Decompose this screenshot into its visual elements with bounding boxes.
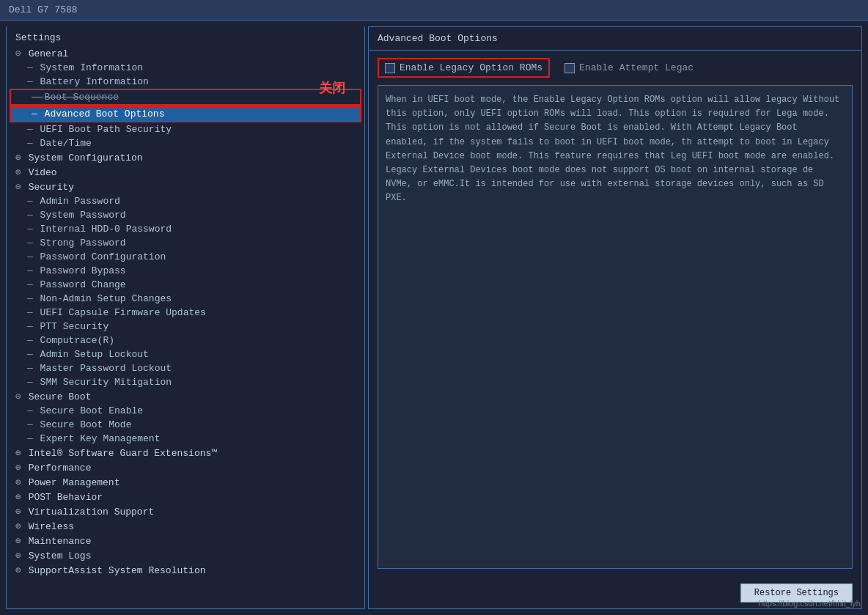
tree-item-computrace[interactable]: — Computrace(R) — [7, 334, 364, 347]
tree-prefix-password-change: — — [27, 279, 39, 290]
tree-label-general: General — [29, 48, 69, 59]
tree-item-smm-security[interactable]: — SMM Security Mitigation — [7, 375, 364, 389]
tree-prefix-uefi-capsule: — — [27, 307, 39, 318]
left-panel: Settings ⊖ General— System Information— … — [6, 26, 365, 609]
tree-prefix-secure-boot: ⊖ — [15, 391, 27, 402]
tree-prefix-security: ⊖ — [15, 182, 27, 193]
tree-item-general[interactable]: ⊖ General — [7, 46, 364, 61]
settings-header: Settings — [7, 26, 364, 46]
title-bar: Dell G7 7588 — [0, 0, 868, 21]
tree-prefix-internal-hdd: — — [27, 224, 39, 235]
tree-prefix-password-bypass: — — [27, 265, 39, 276]
tree-label-secure-boot-mode: Secure Boot Mode — [40, 419, 132, 430]
tree-item-uefi-boot-path[interactable]: — UEFI Boot Path Security — [7, 122, 364, 136]
tree-label-strong-password: Strong Password — [40, 237, 126, 248]
tree-item-virtualization[interactable]: ⊕ Virtualization Support — [7, 504, 364, 519]
tree-prefix-computrace: — — [27, 335, 39, 346]
tree-prefix-post-behavior: ⊕ — [15, 492, 27, 503]
tree-item-admin-setup-lockout[interactable]: — Admin Setup Lockout — [7, 347, 364, 361]
enable-legacy-checkbox[interactable] — [385, 63, 395, 73]
tree-label-master-password-lockout: Master Password Lockout — [40, 363, 172, 374]
enable-legacy-option[interactable]: Enable Legacy Option ROMs — [378, 58, 550, 78]
enable-legacy-label: Enable Legacy Option ROMs — [400, 62, 542, 73]
tree-label-expert-key-mgmt: Expert Key Management — [40, 433, 161, 444]
tree-item-system-config[interactable]: ⊕ System Configuration — [7, 150, 364, 165]
tree-label-battery-info: Battery Information — [40, 76, 149, 87]
tree-item-video[interactable]: ⊕ Video — [7, 165, 364, 180]
tree-item-admin-password[interactable]: — Admin Password — [7, 194, 364, 208]
enable-attempt-checkbox[interactable] — [564, 63, 575, 73]
tree-label-password-config: Password Configuration — [40, 251, 166, 262]
tree-item-advanced-boot[interactable]: — Advanced Boot Options — [10, 106, 361, 122]
right-panel: Advanced Boot Options Enable Legacy Opti… — [368, 26, 862, 609]
tree-item-system-info[interactable]: — System Information — [7, 61, 364, 75]
tree-prefix-maintenance: ⊕ — [15, 536, 27, 547]
tree-item-ptt-security[interactable]: — PTT Security — [7, 320, 364, 334]
tree-label-virtualization: Virtualization Support — [29, 507, 155, 518]
tree-item-password-bypass[interactable]: — Password Bypass — [7, 264, 364, 278]
tree-prefix-non-admin-setup: — — [27, 293, 39, 304]
tree-item-secure-boot[interactable]: ⊖ Secure Boot — [7, 389, 364, 404]
tree-item-internal-hdd[interactable]: — Internal HDD-0 Password — [7, 222, 364, 236]
tree-prefix-strong-password: — — [27, 237, 39, 248]
tree-item-battery-info[interactable]: — Battery Information — [7, 75, 364, 89]
tree-item-performance[interactable]: ⊕ Performance — [7, 460, 364, 475]
tree-item-secure-boot-mode[interactable]: — Secure Boot Mode — [7, 418, 364, 432]
tree-item-password-config[interactable]: — Password Configuration — [7, 250, 364, 264]
tree-prefix-system-config: ⊕ — [15, 152, 27, 163]
tree-item-system-password[interactable]: — System Password — [7, 208, 364, 222]
tree-prefix-battery-info: — — [27, 76, 39, 87]
tree-item-non-admin-setup[interactable]: — Non-Admin Setup Changes — [7, 292, 364, 306]
tree-item-system-logs[interactable]: ⊕ System Logs — [7, 548, 364, 563]
tree-prefix-secure-boot-mode: — — [27, 419, 39, 430]
tree-item-datetime[interactable]: — Date/Time — [7, 136, 364, 150]
tree-item-maintenance[interactable]: ⊕ Maintenance — [7, 534, 364, 548]
tree-label-secure-boot-enable: Secure Boot Enable — [40, 405, 143, 416]
watermark: https://blog.csdn.net/hhit_lyh — [759, 599, 861, 608]
tree-label-datetime: Date/Time — [40, 138, 92, 149]
tree-item-security[interactable]: ⊖ Security — [7, 180, 364, 194]
tree-item-expert-key-mgmt[interactable]: — Expert Key Management — [7, 432, 364, 446]
tree-item-supportassist[interactable]: ⊕ SupportAssist System Resolution — [7, 563, 364, 578]
tree-prefix-wireless: ⊕ — [15, 521, 27, 532]
tree-prefix-uefi-boot-path: — — [27, 124, 39, 135]
tree-item-master-password-lockout[interactable]: — Master Password Lockout — [7, 361, 364, 375]
tree-label-intel-sge: Intel® Software Guard Extensions™ — [29, 448, 217, 459]
tree-item-strong-password[interactable]: — Strong Password — [7, 236, 364, 250]
tree-item-power-mgmt[interactable]: ⊕ Power Management — [7, 475, 364, 490]
tree-prefix-system-info: — — [27, 62, 39, 73]
tree-prefix-secure-boot-enable: — — [27, 405, 39, 416]
tree-prefix-system-password: — — [27, 210, 39, 221]
tree-label-security: Security — [29, 182, 74, 193]
tree-label-password-change: Password Change — [40, 279, 126, 290]
tree-label-smm-security: SMM Security Mitigation — [40, 377, 172, 388]
tree-label-password-bypass: Password Bypass — [40, 265, 126, 276]
tree-prefix-boot-sequence: — — [32, 92, 43, 103]
tree-label-post-behavior: POST Behavior — [29, 492, 103, 503]
tree-item-password-change[interactable]: — Password Change — [7, 278, 364, 292]
tree-item-boot-sequence[interactable]: — Boot Sequence — [10, 89, 361, 106]
tree-label-system-config: System Configuration — [29, 152, 143, 163]
tree-prefix-video: ⊕ — [15, 167, 27, 178]
tree-prefix-smm-security: — — [27, 377, 39, 388]
tree-label-non-admin-setup: Non-Admin Setup Changes — [40, 293, 172, 304]
tree-prefix-expert-key-mgmt: — — [27, 433, 39, 444]
tree-label-advanced-boot: Advanced Boot Options — [45, 108, 165, 119]
tree-label-system-info: System Information — [40, 62, 143, 73]
tree-item-post-behavior[interactable]: ⊕ POST Behavior — [7, 490, 364, 504]
tree-label-internal-hdd: Internal HDD-0 Password — [40, 224, 172, 235]
tree-item-secure-boot-enable[interactable]: — Secure Boot Enable — [7, 404, 364, 418]
tree-prefix-admin-password: — — [27, 196, 39, 207]
tree-label-secure-boot: Secure Boot — [29, 391, 92, 402]
tree-item-wireless[interactable]: ⊕ Wireless — [7, 519, 364, 534]
tree-label-admin-password: Admin Password — [40, 196, 120, 207]
enable-attempt-option[interactable]: Enable Attempt Legac — [564, 62, 694, 73]
tree-item-uefi-capsule[interactable]: — UEFI Capsule Firmware Updates — [7, 306, 364, 320]
chinese-annotation: 关闭 — [319, 79, 345, 97]
window-title: Dell G7 7588 — [9, 4, 78, 15]
tree-label-boot-sequence: Boot Sequence — [45, 92, 119, 103]
tree-prefix-datetime: — — [27, 138, 39, 149]
tree-prefix-admin-setup-lockout: — — [27, 349, 39, 360]
tree-prefix-ptt-security: — — [27, 321, 39, 332]
tree-item-intel-sge[interactable]: ⊕ Intel® Software Guard Extensions™ — [7, 446, 364, 460]
